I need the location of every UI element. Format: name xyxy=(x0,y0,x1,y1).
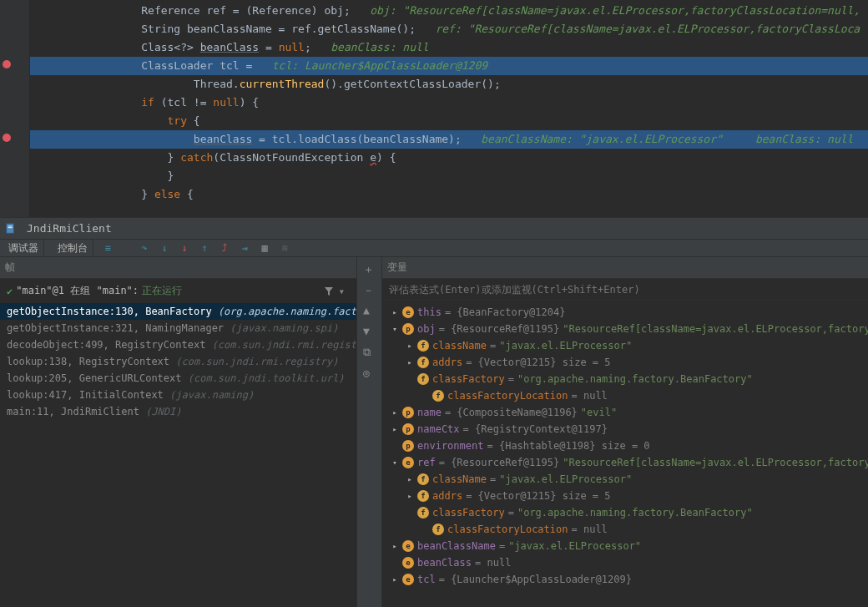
evaluate-icon[interactable]: ▦ xyxy=(259,242,270,254)
variables-pane: ＋ － ▲ ▼ ⧉ ◎ 变量 ▸ethis = {BeanFactory@120… xyxy=(357,257,868,607)
breakpoint-icon[interactable] xyxy=(3,60,11,68)
add-icon[interactable]: ＋ xyxy=(363,262,376,275)
code-line[interactable]: Thread.currentThread().getContextClassLo… xyxy=(30,75,868,94)
stack-frame[interactable]: lookup:417, InitialContext (javax.naming… xyxy=(0,387,356,403)
frames-pane: 帧 ✔ "main"@1 在组 "main": 正在运行 ▾ getObject… xyxy=(0,257,357,607)
step-out-icon[interactable]: ↑ xyxy=(199,242,210,254)
evaluate-expression-input[interactable] xyxy=(389,284,868,296)
var-kind-icon: e xyxy=(402,557,414,569)
code-line[interactable]: if (tcl != null) { xyxy=(30,94,868,112)
variable-node[interactable]: fclassFactory = "org.apache.naming.facto… xyxy=(382,504,868,521)
var-kind-icon: e xyxy=(402,306,414,318)
tree-twisty-icon[interactable]: ▸ xyxy=(391,571,399,588)
svg-rect-0 xyxy=(7,223,14,232)
variable-node[interactable]: fclassFactoryLocation = null xyxy=(382,521,868,538)
check-icon: ✔ xyxy=(7,286,13,297)
filter-icon[interactable] xyxy=(324,286,334,296)
remove-icon[interactable]: － xyxy=(363,283,376,296)
tab-debugger[interactable]: 调试器 xyxy=(3,239,44,257)
var-kind-icon: f xyxy=(417,490,429,502)
file-icon xyxy=(5,223,17,235)
code-line[interactable]: Reference ref = (Reference) obj; obj: "R… xyxy=(30,2,868,20)
tree-twisty-icon[interactable]: ▸ xyxy=(391,421,399,438)
tree-twisty-icon[interactable]: ▸ xyxy=(391,304,399,321)
var-kind-icon: e xyxy=(402,574,414,585)
dropdown-icon[interactable]: ▾ xyxy=(339,286,345,297)
vars-header: 变量 xyxy=(387,261,407,275)
tree-twisty-icon[interactable]: ▸ xyxy=(406,488,414,504)
variable-node[interactable]: fclassFactory = "org.apache.naming.facto… xyxy=(382,371,868,387)
editor-gutter[interactable] xyxy=(0,0,30,217)
var-kind-icon: p xyxy=(402,423,414,435)
debug-tab-header: JndiRmiClient xyxy=(0,217,868,239)
stack-frame[interactable]: getObjectInstance:321, NamingManager (ja… xyxy=(0,320,356,336)
evaluate-expression-bar[interactable] xyxy=(382,279,868,301)
code-line[interactable]: } catch(ClassNotFoundException e) { xyxy=(30,149,868,167)
code-line[interactable]: String beanClassName = ref.getClassName(… xyxy=(30,20,868,38)
code-line[interactable]: } xyxy=(30,167,868,185)
variable-node[interactable]: penvironment = {Hashtable@1198} size = 0 xyxy=(382,438,868,454)
var-kind-icon: f xyxy=(432,524,444,535)
var-kind-icon: f xyxy=(417,473,429,485)
stack-frame[interactable]: main:11, JndiRmiClient (JNDI) xyxy=(0,403,356,420)
svg-rect-1 xyxy=(8,225,13,226)
code-editor[interactable]: Reference ref = (Reference) obj; obj: "R… xyxy=(0,0,868,217)
run-to-cursor-icon[interactable]: ⇥ xyxy=(239,242,250,254)
stack-frame[interactable]: decodeObject:499, RegistryContext (com.s… xyxy=(0,336,356,353)
variable-node[interactable]: ▾eref = {ResourceRef@1195} "ResourceRef[… xyxy=(382,454,868,471)
code-line[interactable]: try { xyxy=(30,112,868,130)
tree-twisty-icon[interactable]: ▸ xyxy=(406,471,414,488)
tree-twisty-icon[interactable]: ▸ xyxy=(391,404,399,421)
variable-node[interactable]: ebeanClass = null xyxy=(382,554,868,571)
stack-frame[interactable]: lookup:138, RegistryContext (com.sun.jnd… xyxy=(0,353,356,370)
tree-twisty-icon[interactable]: ▾ xyxy=(391,454,399,471)
variable-node[interactable]: ▸fclassName = "javax.el.ELProcessor" xyxy=(382,471,868,488)
variable-node[interactable]: ▸faddrs = {Vector@1215} size = 5 xyxy=(382,488,868,504)
tree-twisty-icon[interactable]: ▾ xyxy=(391,321,399,337)
up-icon[interactable]: ▲ xyxy=(363,304,376,316)
tree-twisty-icon[interactable]: ▸ xyxy=(406,337,414,354)
copy-icon[interactable]: ⧉ xyxy=(363,346,376,358)
tree-twisty-icon[interactable]: ▸ xyxy=(406,354,414,371)
var-kind-icon: p xyxy=(402,323,414,335)
stack-frame[interactable]: getObjectInstance:130, BeanFactory (org.… xyxy=(0,303,356,320)
debug-toolbar: 调试器 控制台 ≡ ↷ ↓ ↓ ↑ ⤴ ⇥ ▦ ≋ xyxy=(0,239,868,257)
variable-node[interactable]: ▸faddrs = {Vector@1215} size = 5 xyxy=(382,354,868,371)
code-line[interactable]: } else { xyxy=(30,185,868,204)
var-kind-icon: f xyxy=(417,340,429,352)
code-line[interactable]: Class<?> beanClass = null; beanClass: nu… xyxy=(30,38,868,57)
variable-node[interactable]: ▸pnameCtx = {RegistryContext@1197} xyxy=(382,421,868,438)
var-kind-icon: f xyxy=(417,357,429,368)
tree-twisty-icon[interactable]: ▸ xyxy=(391,538,399,554)
debug-tab-title[interactable]: JndiRmiClient xyxy=(22,222,117,235)
thread-status[interactable]: ✔ "main"@1 在组 "main": 正在运行 ▾ xyxy=(0,279,356,303)
var-kind-icon: p xyxy=(402,440,414,452)
trace-icon[interactable]: ≋ xyxy=(279,242,290,254)
variable-node[interactable]: ▾pobj = {ResourceRef@1195} "ResourceRef[… xyxy=(382,321,868,337)
down-icon[interactable]: ▼ xyxy=(363,325,376,337)
watch-icon[interactable]: ◎ xyxy=(363,367,376,379)
var-kind-icon: f xyxy=(417,373,429,385)
breakpoint-icon[interactable] xyxy=(3,134,11,142)
threads-icon[interactable]: ≡ xyxy=(102,242,114,254)
code-line[interactable]: beanClass = tcl.loadClass(beanClassName)… xyxy=(30,130,868,149)
variable-node[interactable]: ▸pname = {CompositeName@1196} "evil" xyxy=(382,404,868,421)
drop-frame-icon[interactable]: ⤴ xyxy=(219,242,230,254)
variable-node[interactable]: ▸ebeanClassName = "javax.el.ELProcessor" xyxy=(382,538,868,554)
var-kind-icon: e xyxy=(402,540,414,552)
vars-sidebar: ＋ － ▲ ▼ ⧉ ◎ xyxy=(357,257,382,607)
stack-frame[interactable]: lookup:205, GenericURLContext (com.sun.j… xyxy=(0,370,356,387)
variable-node[interactable]: ▸ethis = {BeanFactory@1204} xyxy=(382,304,868,321)
var-kind-icon: p xyxy=(402,407,414,418)
step-over-icon[interactable]: ↷ xyxy=(139,242,150,254)
variable-node[interactable]: ▸etcl = {Launcher$AppClassLoader@1209} xyxy=(382,571,868,588)
code-line[interactable]: ClassLoader tcl = tcl: Launcher$AppClass… xyxy=(30,57,868,75)
var-kind-icon: f xyxy=(417,507,429,518)
tab-console[interactable]: 控制台 xyxy=(53,239,93,257)
step-into-icon[interactable]: ↓ xyxy=(159,242,170,254)
frames-header: 帧 xyxy=(5,261,15,275)
variable-node[interactable]: fclassFactoryLocation = null xyxy=(382,387,868,404)
variable-node[interactable]: ▸fclassName = "javax.el.ELProcessor" xyxy=(382,337,868,354)
force-step-into-icon[interactable]: ↓ xyxy=(179,242,190,254)
var-kind-icon: f xyxy=(432,390,444,402)
